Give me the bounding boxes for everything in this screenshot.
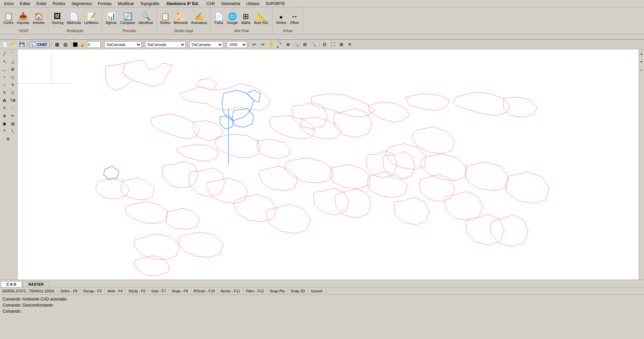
tool-text[interactable]: A [1,97,8,104]
menu-formas[interactable]: Formas [95,1,114,7]
tool-arc[interactable]: ◡ [1,66,8,73]
tool-line2[interactable]: ╲ [9,128,17,135]
redo-btn[interactable]: ↪ [259,41,267,48]
btn-sigmas[interactable]: 📊 Sigmas [104,12,118,25]
zoom-out-btn[interactable]: 🔍- [293,41,300,48]
btn-rotero[interactable]: 📋 Rotero [159,12,172,25]
tool-rotate[interactable]: ↻ [1,89,8,96]
btn-area-sgl[interactable]: 📐 Área SGL [252,12,270,25]
menu-segmentos[interactable]: Segmentos [69,1,95,7]
btn-matricula[interactable]: 📄 Matrícula [65,12,82,25]
btn-identificar[interactable]: 🔍 Identificar [137,12,154,25]
undo-btn[interactable]: ↩ [251,41,258,48]
status-georef[interactable]: Georef. [308,289,326,293]
tool-cursor[interactable]: ↖ [1,58,8,65]
menu-pontos[interactable]: Pontos [50,1,68,7]
color-swatch[interactable] [73,42,78,47]
new-btn[interactable]: 📄 [1,41,9,48]
tool-snap2[interactable]: ⊕ [1,112,8,120]
btn-confro[interactable]: 📋 Confro [2,12,15,25]
btn-vertice[interactable]: ⬥ Vértice [274,12,288,25]
chat-button[interactable]: 💬 CHAT [29,41,50,48]
menu-inicio[interactable]: Início [1,1,17,7]
menu-modificar[interactable]: Modificar [115,1,137,7]
menu-topografia[interactable]: Topografia [137,1,162,7]
btn-imoveis[interactable]: 🏠 Imóveis [31,12,46,25]
layers2-btn[interactable]: ▧ [62,41,69,48]
status-snap[interactable]: Snap - F9 [169,289,191,293]
fullscreen-btn[interactable]: ⛶ [329,41,337,48]
command-prompt[interactable]: Comando: [3,308,641,314]
btn-assinatura[interactable]: ✍ Assinatura [190,12,208,25]
status-filtro[interactable]: Filtro - F12 [243,289,267,293]
tool-edit2[interactable]: ✏ [9,112,17,120]
view-btn[interactable]: ⊟ [321,41,328,48]
status-rtexto[interactable]: RTexto - F10 [191,289,218,293]
color-input[interactable] [87,41,101,48]
btn-google[interactable]: 🌐 Google [225,12,239,25]
tool-ruler[interactable]: 📏 [9,104,17,112]
status-osnap[interactable]: Osnap - F3 [80,289,105,293]
tool-select2[interactable]: ◻ [9,89,17,96]
btn-folha[interactable]: 📄 Folha [213,12,225,25]
tool-move[interactable]: ✛ [9,81,17,88]
layer2-select[interactable]: DaCamada [145,41,186,48]
tool-grid[interactable]: ⊞ [9,66,17,73]
status-grid[interactable]: Grid - F7 [149,289,169,293]
tool-textbox[interactable]: T⊞ [9,97,17,104]
rotero-icon: 📋 [161,13,170,20]
tool-circle[interactable]: ○ [1,81,8,88]
tab-raster[interactable]: RASTER [23,281,49,287]
menu-urbano[interactable]: Urbano [243,1,262,7]
canvas-area[interactable] [18,49,639,280]
status-snap-3d[interactable]: Snap 3D [288,289,308,293]
status-snap-pto[interactable]: Snap Pto [267,289,288,293]
command-input[interactable] [23,309,90,314]
status-atrib[interactable]: Atrib - F4 [105,289,126,293]
zoom-select[interactable]: 1000 [227,41,247,48]
pan-btn[interactable]: ✋ [268,41,275,48]
btn-malha[interactable]: ⊞ Malha [240,12,252,25]
tool-line[interactable]: ╱ [1,50,8,57]
right-tool-2[interactable]: ▼ [639,58,644,66]
menu-editar[interactable]: Editar [17,1,33,7]
btn-comparar[interactable]: 🔄 Comparar [119,12,136,25]
zoom-fit-btn[interactable]: ⊕ [285,41,292,48]
right-tool-1[interactable]: ▲ [639,50,644,57]
tool-layer2[interactable]: ▣ [1,120,8,127]
tool-dot[interactable]: • [1,73,8,81]
menu-exibir[interactable]: Exibir [34,1,49,7]
menu-car[interactable]: CAR [204,1,217,7]
tool-rect[interactable]: ◻ [9,73,17,81]
btn-offset[interactable]: ↔ Offset [289,12,301,25]
layers-btn[interactable]: ▦ [53,41,61,48]
lock-btn[interactable]: 🔒 [79,41,86,48]
tab-cad[interactable]: C A D [1,281,22,287]
status-ortho[interactable]: Ortho - F8 [58,289,80,293]
open-btn[interactable]: 📂 [10,41,17,48]
tool-pencil[interactable]: ✎ [1,104,8,112]
tool-pin[interactable]: 📍 [1,128,8,135]
zoom-prev-btn[interactable]: 🔍 [310,41,317,48]
status-nome[interactable]: Nome - F11 [218,289,243,293]
app-title: GeoIncra 3ª Ed. [163,0,203,7]
tool-polyline[interactable]: ⌒ [9,50,17,57]
right-tool-3[interactable]: U [639,66,644,74]
close-btn[interactable]: ✕ [346,41,354,48]
menu-volumetria[interactable]: Volumetria [218,1,243,7]
btn-memorial[interactable]: 📜 Memorial [172,12,189,25]
layer1-select[interactable]: DaCamada [104,41,141,48]
zoom-extents-btn[interactable]: ⊞ [301,41,309,48]
tool-triangle[interactable]: △ [9,58,17,65]
btn-importar[interactable]: 📥 Importar [16,12,31,25]
btn-lermemo[interactable]: 📝 LerMemo [83,12,100,25]
save-btn[interactable]: 💾 [18,41,26,48]
tool-layer3[interactable]: ▤ [9,120,17,127]
status-sgrip[interactable]: SGrip - F5 [126,289,149,293]
zoom-in-btn[interactable]: 🔍+ [276,41,284,48]
split-btn[interactable]: ⊠ [338,41,345,48]
layer3-select[interactable]: DaCamada [189,41,223,48]
tool-star[interactable]: ✳ [1,135,16,143]
menu-suporte[interactable]: SUPORTE [263,1,288,7]
btn-geoimg[interactable]: 🖼 GeoImg [50,12,65,25]
